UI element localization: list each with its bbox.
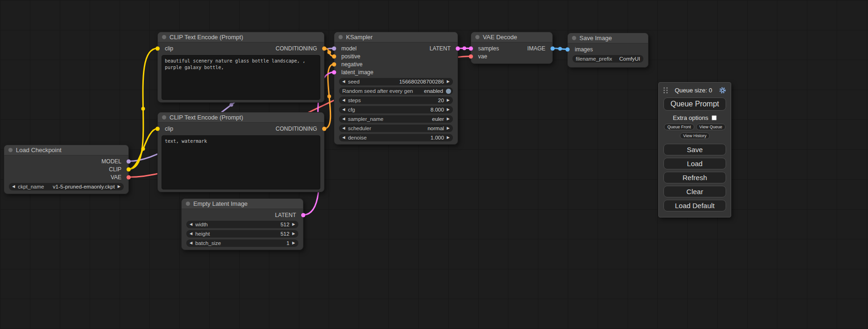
latent-output-port[interactable] xyxy=(301,213,305,217)
random-seed-toggle-widget[interactable]: Random seed after every gen enabled xyxy=(339,87,453,95)
latent-image-input-label: latent_image xyxy=(341,69,374,76)
node-empty-latent-image[interactable]: Empty Latent Image LATENT ◀ width 512 ▶ … xyxy=(181,198,303,250)
queue-buttons-row: Queue Front View Queue xyxy=(663,124,726,130)
extra-options-checkbox[interactable] xyxy=(712,115,717,120)
filename-prefix-widget[interactable]: filename_prefix ComfyUI xyxy=(572,55,643,63)
decrement-arrow-icon[interactable]: ◀ xyxy=(190,232,192,236)
node-title: Empty Latent Image xyxy=(193,200,247,207)
queue-front-button[interactable]: Queue Front xyxy=(664,124,694,130)
widget-value: 20 xyxy=(438,98,444,103)
node-title-bar[interactable]: Empty Latent Image xyxy=(182,199,303,209)
view-queue-button[interactable]: View Queue xyxy=(696,124,726,130)
node-title-bar[interactable]: CLIP Text Encode (Prompt) xyxy=(158,112,324,123)
node-save-image[interactable]: Save Image images filename_prefix ComfyU… xyxy=(567,33,649,68)
collapse-dot-icon[interactable] xyxy=(162,35,166,39)
increment-arrow-icon[interactable]: ▶ xyxy=(447,108,450,112)
negative-input-port[interactable] xyxy=(332,62,336,66)
node-title-bar[interactable]: Save Image xyxy=(568,33,648,43)
collapse-dot-icon[interactable] xyxy=(162,115,166,119)
save-button[interactable]: Save xyxy=(663,144,726,155)
widget-value: enabled xyxy=(424,88,443,94)
node-vae-decode[interactable]: VAE Decode samples IMAGE vae xyxy=(471,32,553,64)
node-clip-text-encode-negative[interactable]: CLIP Text Encode (Prompt) clip CONDITION… xyxy=(157,112,325,192)
positive-prompt-textarea[interactable]: beautiful scenery nature glass bottle la… xyxy=(162,55,320,100)
scheduler-widget[interactable]: ◀ scheduler normal ▶ xyxy=(339,125,453,132)
node-title-bar[interactable]: CLIP Text Encode (Prompt) xyxy=(158,32,324,42)
node-title-bar[interactable]: VAE Decode xyxy=(471,32,552,42)
clear-button[interactable]: Clear xyxy=(663,186,726,197)
decrement-arrow-icon[interactable]: ◀ xyxy=(190,223,192,226)
load-default-button[interactable]: Load Default xyxy=(663,200,726,211)
clip-input-port[interactable] xyxy=(155,126,160,131)
settings-gear-icon[interactable] xyxy=(719,87,726,94)
decrement-arrow-icon[interactable]: ◀ xyxy=(342,136,345,140)
slot-row: model LATENT xyxy=(334,44,458,52)
ckpt-name-widget[interactable]: ◀ ckpt_name v1-5-pruned-emaonly.ckpt ▶ xyxy=(9,183,124,190)
node-title-bar[interactable]: KSampler xyxy=(334,32,458,42)
samples-input-port[interactable] xyxy=(469,46,473,50)
widget-label: width xyxy=(195,222,208,227)
widget-label: denoise xyxy=(348,135,367,140)
decrement-arrow-icon[interactable]: ◀ xyxy=(342,80,345,84)
decrement-arrow-icon[interactable]: ◀ xyxy=(342,98,345,102)
sampler-name-widget[interactable]: ◀ sampler_name euler ▶ xyxy=(339,115,453,123)
load-button[interactable]: Load xyxy=(663,158,726,169)
decrement-arrow-icon[interactable]: ◀ xyxy=(342,108,345,112)
node-load-checkpoint[interactable]: Load Checkpoint MODEL CLIP VAE ◀ ckpt_na… xyxy=(4,145,129,194)
width-widget[interactable]: ◀ width 512 ▶ xyxy=(186,221,298,228)
model-output-port[interactable] xyxy=(127,159,131,163)
latent-output-port[interactable] xyxy=(456,46,460,50)
negative-prompt-textarea[interactable]: text, watermark xyxy=(162,135,320,189)
slot-row: CLIP xyxy=(4,165,128,173)
graph-canvas[interactable]: Load Checkpoint MODEL CLIP VAE ◀ ckpt_na… xyxy=(0,0,868,329)
increment-arrow-icon[interactable]: ▶ xyxy=(292,232,295,236)
model-output-label: MODEL xyxy=(101,158,121,165)
clip-input-port[interactable] xyxy=(155,46,160,50)
batch-size-widget[interactable]: ◀ batch_size 1 ▶ xyxy=(186,239,298,247)
decrement-arrow-icon[interactable]: ◀ xyxy=(342,117,345,121)
cfg-widget[interactable]: ◀ cfg 8.000 ▶ xyxy=(339,106,453,113)
denoise-widget[interactable]: ◀ denoise 1.000 ▶ xyxy=(339,134,453,141)
widget-value: 1.000 xyxy=(430,135,444,140)
latent-output-label: LATENT xyxy=(275,212,296,218)
increment-arrow-icon[interactable]: ▶ xyxy=(447,80,450,84)
decrement-arrow-icon[interactable]: ◀ xyxy=(190,241,192,245)
image-output-port[interactable] xyxy=(550,46,555,50)
collapse-dot-icon[interactable] xyxy=(572,36,576,40)
decrement-arrow-icon[interactable]: ◀ xyxy=(12,185,15,189)
conditioning-output-port[interactable] xyxy=(322,46,326,50)
extra-options-row: Extra options xyxy=(663,114,726,121)
node-title-bar[interactable]: Load Checkpoint xyxy=(4,145,128,155)
queue-prompt-button[interactable]: Queue Prompt xyxy=(663,98,726,111)
height-widget[interactable]: ◀ height 512 ▶ xyxy=(186,230,298,238)
node-clip-text-encode-positive[interactable]: CLIP Text Encode (Prompt) clip CONDITION… xyxy=(157,32,325,103)
clip-output-port[interactable] xyxy=(127,167,131,171)
negative-input-label: negative xyxy=(341,61,362,68)
conditioning-output-port[interactable] xyxy=(322,126,326,131)
increment-arrow-icon[interactable]: ▶ xyxy=(292,241,295,245)
increment-arrow-icon[interactable]: ▶ xyxy=(447,117,450,121)
images-input-port[interactable] xyxy=(565,47,570,51)
drag-handle-icon[interactable] xyxy=(663,87,668,93)
increment-arrow-icon[interactable]: ▶ xyxy=(447,126,450,130)
decrement-arrow-icon[interactable]: ◀ xyxy=(342,126,345,130)
toggle-knob[interactable] xyxy=(446,89,451,94)
view-history-button[interactable]: View History xyxy=(680,133,710,139)
collapse-dot-icon[interactable] xyxy=(186,202,190,206)
increment-arrow-icon[interactable]: ▶ xyxy=(447,136,450,140)
seed-widget[interactable]: ◀ seed 156680208700286 ▶ xyxy=(339,78,453,85)
latent-image-input-port[interactable] xyxy=(332,70,336,74)
positive-input-port[interactable] xyxy=(332,54,336,58)
collapse-dot-icon[interactable] xyxy=(8,148,13,152)
collapse-dot-icon[interactable] xyxy=(475,35,480,39)
vae-output-port[interactable] xyxy=(127,175,131,179)
steps-widget[interactable]: ◀ steps 20 ▶ xyxy=(339,97,453,104)
collapse-dot-icon[interactable] xyxy=(339,35,343,39)
model-input-port[interactable] xyxy=(332,46,336,50)
refresh-button[interactable]: Refresh xyxy=(663,172,726,183)
node-ksampler[interactable]: KSampler model LATENT positive negative … xyxy=(334,32,458,145)
increment-arrow-icon[interactable]: ▶ xyxy=(118,185,120,189)
increment-arrow-icon[interactable]: ▶ xyxy=(447,98,450,102)
vae-input-port[interactable] xyxy=(469,54,473,58)
increment-arrow-icon[interactable]: ▶ xyxy=(292,223,295,226)
